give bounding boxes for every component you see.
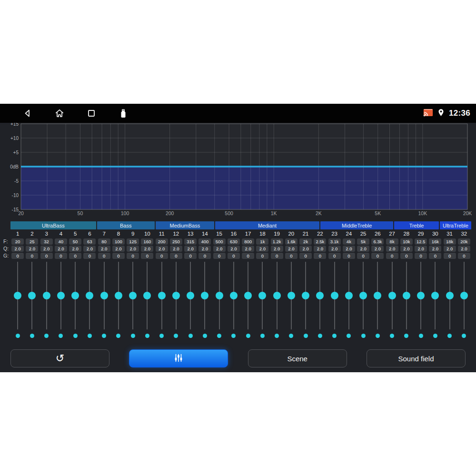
gain-slider[interactable] [428,262,442,329]
q-value[interactable]: 2.0 [242,246,254,252]
gain-slider[interactable] [255,262,269,329]
gain-value[interactable]: 0 [458,253,470,259]
gain-slider[interactable] [414,262,428,329]
gain-slider[interactable] [298,262,313,329]
slider-knob[interactable] [43,292,50,299]
gain-value[interactable]: 0 [40,253,53,259]
gain-slider[interactable] [385,262,399,329]
q-value[interactable]: 2.0 [299,246,312,252]
gain-value[interactable]: 0 [83,253,96,259]
usb-drive-icon[interactable] [118,108,129,119]
q-value[interactable]: 2.0 [256,246,268,252]
frequency-value[interactable]: 32 [40,238,53,245]
gain-slider[interactable] [140,262,154,329]
frequency-value[interactable]: 160 [141,238,153,245]
slider-knob[interactable] [388,292,396,299]
slider-knob[interactable] [158,292,166,299]
gain-value[interactable]: 0 [141,253,153,259]
gain-slider[interactable] [68,262,82,329]
q-value[interactable]: 2.0 [141,246,153,252]
gain-value[interactable]: 0 [343,253,355,259]
q-value[interactable]: 2.0 [198,246,211,252]
slider-knob[interactable] [417,292,425,299]
recents-icon[interactable] [86,108,97,119]
slider-knob[interactable] [288,292,295,299]
band-group-mediant[interactable]: Mediant [215,221,319,229]
q-value[interactable]: 2.0 [184,246,197,252]
q-value[interactable]: 2.0 [343,246,355,252]
reset-button[interactable]: ↺ [10,349,109,367]
frequency-value[interactable]: 315 [184,238,197,245]
slider-knob[interactable] [14,292,21,299]
frequency-value[interactable]: 5k [357,238,369,245]
gain-value[interactable]: 0 [55,253,67,259]
frequency-value[interactable]: 200 [156,238,168,245]
equalizer-button[interactable] [129,349,228,367]
frequency-value[interactable]: 10k [400,238,413,245]
slider-knob[interactable] [302,292,309,299]
gain-value[interactable]: 0 [112,253,125,259]
gain-slider[interactable] [313,262,327,329]
q-value[interactable]: 2.0 [285,246,298,252]
slider-knob[interactable] [28,292,36,299]
q-value[interactable]: 2.0 [415,246,427,252]
q-value[interactable]: 2.0 [69,246,81,252]
frequency-value[interactable]: 20 [11,238,24,245]
q-value[interactable]: 2.0 [156,246,168,252]
gain-value[interactable]: 0 [228,253,240,259]
gain-slider[interactable] [111,262,126,329]
gain-value[interactable]: 0 [256,253,268,259]
slider-knob[interactable] [403,292,410,299]
frequency-value[interactable]: 400 [198,238,211,245]
slider-knob[interactable] [143,292,151,299]
gain-value[interactable]: 0 [299,253,312,259]
slider-knob[interactable] [71,292,79,299]
band-group-middletreble[interactable]: MiddleTreble [320,221,393,229]
q-value[interactable]: 2.0 [55,246,67,252]
gain-slider[interactable] [284,262,298,329]
band-group-bass[interactable]: Bass [97,221,155,229]
slider-knob[interactable] [201,292,208,299]
slider-knob[interactable] [374,292,381,299]
gain-slider[interactable] [241,262,255,329]
gain-slider[interactable] [155,262,169,329]
gain-value[interactable]: 0 [170,253,182,259]
gain-value[interactable]: 0 [271,253,283,259]
frequency-value[interactable]: 18k [444,238,456,245]
sound-field-button[interactable]: Sound field [367,349,466,367]
frequency-value[interactable]: 50 [69,238,81,245]
slider-knob[interactable] [273,292,281,299]
q-value[interactable]: 2.0 [213,246,226,252]
slider-knob[interactable] [331,292,338,299]
frequency-value[interactable]: 1k [256,238,268,245]
gain-slider[interactable] [327,262,342,329]
gain-slider[interactable] [198,262,212,329]
q-value[interactable]: 2.0 [458,246,470,252]
gain-value[interactable]: 0 [285,253,298,259]
gain-slider[interactable] [82,262,97,329]
gain-slider[interactable] [356,262,370,329]
frequency-value[interactable]: 800 [242,238,254,245]
frequency-value[interactable]: 100 [112,238,125,245]
slider-knob[interactable] [316,292,324,299]
slider-knob[interactable] [230,292,238,299]
band-group-treble[interactable]: Treble [394,221,439,229]
q-value[interactable]: 2.0 [371,246,384,252]
frequency-value[interactable]: 63 [83,238,96,245]
gain-value[interactable]: 0 [415,253,427,259]
q-value[interactable]: 2.0 [112,246,125,252]
q-value[interactable]: 2.0 [444,246,456,252]
gain-value[interactable]: 0 [184,253,197,259]
q-value[interactable]: 2.0 [314,246,326,252]
gain-slider[interactable] [169,262,183,329]
gain-slider[interactable] [97,262,111,329]
home-icon[interactable] [54,108,65,119]
gain-slider[interactable] [54,262,68,329]
gain-value[interactable]: 0 [127,253,139,259]
slider-knob[interactable] [86,292,93,299]
frequency-value[interactable]: 1.6k [285,238,298,245]
gain-value[interactable]: 0 [11,253,24,259]
frequency-value[interactable]: 250 [170,238,182,245]
gain-slider[interactable] [457,262,471,329]
gain-value[interactable]: 0 [156,253,168,259]
